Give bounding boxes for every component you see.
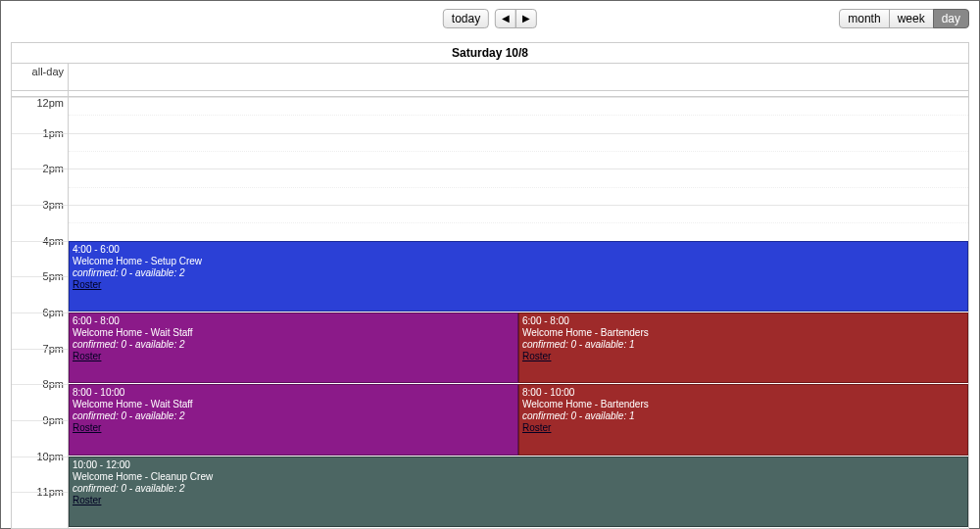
hour-line — [69, 168, 968, 169]
week-view-button[interactable]: week — [889, 9, 934, 28]
roster-link[interactable]: Roster — [73, 279, 964, 291]
month-view-button[interactable]: month — [839, 9, 889, 28]
event-title: Welcome Home - Bartenders — [522, 399, 964, 410]
allday-row: all-day — [12, 64, 968, 91]
half-hour-line — [69, 187, 968, 188]
calendar-event[interactable]: 6:00 - 8:00Welcome Home - Bartendersconf… — [518, 313, 968, 383]
calendar-event[interactable]: 8:00 - 10:00Welcome Home - Wait Staffcon… — [69, 384, 518, 455]
hour-line — [69, 205, 968, 206]
calendar-toolbar: today ◀ ▶ month week day — [11, 9, 969, 32]
event-status: confirmed: 0 - available: 2 — [73, 267, 964, 279]
roster-link[interactable]: Roster — [73, 495, 964, 506]
calendar: Saturday 10/8 all-day 12pm1pm2pm3pm4pm5p… — [11, 42, 969, 529]
hour-line — [69, 133, 968, 134]
view-switcher: month week day — [839, 9, 969, 28]
event-status: confirmed: 0 - available: 1 — [522, 410, 964, 422]
allday-label: all-day — [12, 64, 69, 90]
event-time: 6:00 - 8:00 — [73, 315, 514, 327]
calendar-event[interactable]: 6:00 - 8:00Welcome Home - Wait Staffconf… — [69, 313, 518, 383]
event-title: Welcome Home - Wait Staff — [73, 399, 514, 410]
event-title: Welcome Home - Bartenders — [522, 327, 964, 339]
event-time: 10:00 - 12:00 — [73, 459, 964, 471]
calendar-event[interactable]: 10:00 - 12:00Welcome Home - Cleanup Crew… — [69, 457, 968, 527]
today-button[interactable]: today — [443, 9, 489, 28]
event-time: 8:00 - 10:00 — [73, 387, 514, 399]
toolbar-center-group: today ◀ ▶ — [443, 9, 537, 28]
event-title: Welcome Home - Wait Staff — [73, 327, 514, 339]
roster-link[interactable]: Roster — [73, 422, 514, 434]
time-grid: 12pm1pm2pm3pm4pm5pm6pm7pm8pm9pm10pm11pm … — [12, 97, 968, 528]
event-time: 4:00 - 6:00 — [73, 244, 964, 256]
half-hour-line — [69, 222, 968, 223]
roster-link[interactable]: Roster — [522, 422, 964, 434]
half-hour-line — [69, 151, 968, 152]
event-status: confirmed: 0 - available: 2 — [73, 339, 514, 351]
next-button[interactable]: ▶ — [515, 9, 537, 28]
event-status: confirmed: 0 - available: 2 — [73, 483, 964, 495]
date-header: Saturday 10/8 — [12, 43, 968, 64]
day-column[interactable]: 4:00 - 6:00Welcome Home - Setup Crewconf… — [69, 97, 968, 528]
hour-line — [69, 97, 968, 98]
prev-button[interactable]: ◀ — [495, 9, 516, 28]
event-time: 6:00 - 8:00 — [522, 315, 964, 327]
allday-body[interactable] — [69, 64, 968, 90]
event-status: confirmed: 0 - available: 1 — [522, 339, 964, 351]
event-status: confirmed: 0 - available: 2 — [73, 410, 514, 422]
roster-link[interactable]: Roster — [522, 351, 964, 362]
hour-label: 12pm — [36, 97, 64, 109]
day-view-button[interactable]: day — [933, 9, 969, 28]
calendar-event[interactable]: 8:00 - 10:00Welcome Home - Bartenderscon… — [518, 384, 968, 455]
nav-group: ◀ ▶ — [495, 9, 537, 28]
event-title: Welcome Home - Cleanup Crew — [73, 471, 964, 483]
half-hour-line — [69, 115, 968, 116]
app-frame: today ◀ ▶ month week day Saturday 10/8 a… — [0, 0, 980, 529]
event-time: 8:00 - 10:00 — [522, 387, 964, 399]
calendar-event[interactable]: 4:00 - 6:00Welcome Home - Setup Crewconf… — [69, 241, 968, 312]
event-title: Welcome Home - Setup Crew — [73, 256, 964, 267]
hours-gutter: 12pm1pm2pm3pm4pm5pm6pm7pm8pm9pm10pm11pm — [12, 97, 69, 528]
roster-link[interactable]: Roster — [73, 351, 514, 362]
